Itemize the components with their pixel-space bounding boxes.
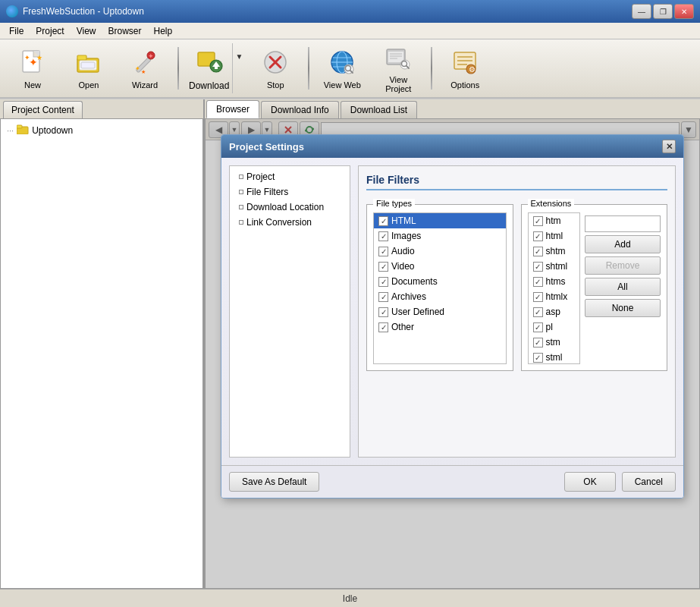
checkbox-shtml[interactable] bbox=[533, 262, 543, 272]
options-button[interactable]: ⚙ Options bbox=[438, 42, 491, 94]
cancel-button[interactable]: Cancel bbox=[622, 472, 676, 492]
new-button[interactable]: ✦ ★ ✦ New bbox=[6, 42, 59, 94]
file-types-label: File types bbox=[373, 199, 415, 208]
file-types-group: File types HTML bbox=[366, 204, 513, 371]
ext-htm[interactable]: htm bbox=[529, 213, 580, 228]
checkbox-documents[interactable] bbox=[378, 277, 388, 287]
tab-download-info[interactable]: Download Info bbox=[261, 101, 339, 118]
filetype-userdefined[interactable]: User Defined bbox=[374, 304, 506, 319]
svg-rect-7 bbox=[77, 55, 86, 60]
toolbar-separator-2 bbox=[308, 47, 309, 90]
right-panel: Browser Download Info Download List ◀ ▼ … bbox=[205, 99, 700, 589]
checkbox-other[interactable] bbox=[378, 322, 388, 332]
main-content: Project Content ··· Uptodown Browser bbox=[0, 99, 700, 589]
toolbar-separator-1 bbox=[177, 47, 179, 90]
checkbox-pl[interactable] bbox=[533, 322, 543, 332]
remove-button[interactable]: Remove bbox=[585, 256, 661, 275]
viewproject-icon bbox=[383, 43, 413, 72]
maximize-button[interactable]: ❐ bbox=[653, 4, 673, 19]
menu-help[interactable]: Help bbox=[148, 24, 179, 38]
stop-label: Stop bbox=[267, 80, 284, 90]
statusbar: Idle bbox=[0, 589, 700, 607]
stop-button[interactable]: Stop bbox=[249, 42, 302, 94]
none-button[interactable]: None bbox=[585, 299, 661, 317]
download-button[interactable]: Download ▼ bbox=[185, 42, 246, 94]
menu-project[interactable]: Project bbox=[30, 24, 70, 38]
menu-browser[interactable]: Browser bbox=[102, 24, 148, 38]
checkbox-userdefined[interactable] bbox=[378, 307, 388, 317]
svg-rect-9 bbox=[81, 62, 95, 68]
ext-asp[interactable]: asp bbox=[529, 304, 580, 319]
menu-file[interactable]: File bbox=[3, 24, 30, 38]
checkbox-images[interactable] bbox=[378, 231, 388, 241]
svg-text:✦: ✦ bbox=[148, 52, 154, 60]
all-button[interactable]: All bbox=[585, 278, 661, 296]
tab-browser[interactable]: Browser bbox=[206, 100, 259, 118]
open-icon bbox=[74, 47, 104, 77]
dialog-close-button[interactable]: ✕ bbox=[662, 140, 676, 153]
window-title: FreshWebSuction - Uptodown bbox=[23, 6, 632, 17]
close-button[interactable]: ✕ bbox=[674, 4, 694, 19]
checkbox-html-ext[interactable] bbox=[533, 231, 543, 241]
ext-shtml[interactable]: shtml bbox=[529, 259, 580, 274]
dialog-title: Project Settings bbox=[229, 141, 304, 153]
ok-button[interactable]: OK bbox=[564, 472, 615, 492]
ext-input-field[interactable] bbox=[585, 215, 661, 232]
nav-link-conversion[interactable]: Link Conversion bbox=[233, 215, 347, 230]
ext-pl[interactable]: pl bbox=[529, 319, 580, 335]
app-icon bbox=[6, 5, 18, 17]
wizard-button[interactable]: ✦ ✦ ★ Wizard bbox=[118, 42, 171, 94]
nav-project[interactable]: Project bbox=[233, 169, 347, 184]
toolbar: ✦ ★ ✦ New Open ✦ ✦ bbox=[0, 39, 700, 99]
tree-item-uptodown[interactable]: ··· Uptodown bbox=[4, 122, 199, 138]
project-settings-dialog: Project Settings ✕ Project bbox=[221, 134, 684, 498]
stop-icon bbox=[260, 47, 290, 77]
new-icon: ✦ ★ ✦ bbox=[17, 47, 48, 77]
ext-action-buttons: Add Remove All bbox=[585, 212, 661, 364]
tab-project-content[interactable]: Project Content bbox=[3, 101, 83, 118]
nav-file-filters[interactable]: File Filters bbox=[233, 184, 347, 200]
checkbox-stml[interactable] bbox=[533, 353, 543, 363]
checkbox-shtm[interactable] bbox=[533, 247, 543, 256]
checkbox-htmlx[interactable] bbox=[533, 292, 543, 302]
menu-view[interactable]: View bbox=[71, 24, 102, 38]
ext-shtm[interactable]: shtm bbox=[529, 244, 580, 259]
ext-html[interactable]: html bbox=[529, 228, 580, 244]
checkbox-html[interactable] bbox=[378, 216, 388, 226]
filetype-video[interactable]: Video bbox=[374, 259, 506, 274]
checkbox-video[interactable] bbox=[378, 262, 388, 272]
tab-download-list[interactable]: Download List bbox=[341, 101, 417, 118]
checkbox-htms[interactable] bbox=[533, 277, 543, 287]
viewproject-button[interactable]: View Project bbox=[372, 42, 425, 94]
filetype-archives[interactable]: Archives bbox=[374, 289, 506, 304]
dialog-overlay: Project Settings ✕ Project bbox=[206, 119, 699, 588]
checkbox-audio[interactable] bbox=[378, 247, 388, 256]
checkbox-stm[interactable] bbox=[533, 338, 543, 348]
add-button[interactable]: Add bbox=[585, 235, 661, 253]
filetype-html[interactable]: HTML bbox=[374, 213, 506, 228]
ext-stml[interactable]: stml bbox=[529, 350, 580, 364]
checkbox-htm[interactable] bbox=[533, 216, 543, 226]
menubar: File Project View Browser Help bbox=[0, 23, 700, 39]
open-button[interactable]: Open bbox=[62, 42, 115, 94]
folder-icon bbox=[17, 124, 29, 137]
checkbox-asp[interactable] bbox=[533, 307, 543, 317]
nav-download-location[interactable]: Download Location bbox=[233, 200, 347, 215]
filetype-documents[interactable]: Documents bbox=[374, 274, 506, 289]
new-label: New bbox=[24, 80, 41, 90]
minimize-button[interactable]: — bbox=[632, 4, 651, 19]
download-dropdown-arrow[interactable]: ▼ bbox=[232, 43, 245, 93]
viewweb-button[interactable]: View Web bbox=[315, 42, 369, 94]
ext-htms[interactable]: htms bbox=[529, 274, 580, 289]
filetype-images[interactable]: Images bbox=[374, 228, 506, 244]
project-tree: ··· Uptodown bbox=[0, 119, 203, 589]
dialog-sidebar: Project File Filters Download Location bbox=[229, 165, 350, 458]
ext-stm[interactable]: stm bbox=[529, 335, 580, 350]
save-as-default-button[interactable]: Save As Default bbox=[229, 472, 319, 492]
checkbox-archives[interactable] bbox=[378, 292, 388, 302]
ext-htmlx[interactable]: htmlx bbox=[529, 289, 580, 304]
filetype-audio[interactable]: Audio bbox=[374, 244, 506, 259]
wizard-label: Wizard bbox=[132, 80, 158, 90]
filetype-other[interactable]: Other bbox=[374, 319, 506, 335]
extensions-group: Extensions htm bbox=[521, 204, 668, 371]
